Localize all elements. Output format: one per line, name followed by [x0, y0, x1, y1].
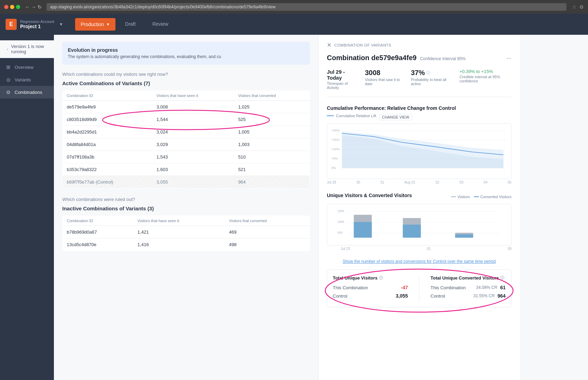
svg-text:1000: 1000 — [338, 220, 344, 224]
combination-id-cell: de579e9a4fe9 — [63, 101, 153, 113]
svg-text:0%: 0% — [331, 166, 336, 169]
unique-control-row: Control 3,055 — [333, 293, 408, 299]
legend-visitors: Visitors — [457, 195, 470, 199]
table-row[interactable]: 04d8fa84d01a 3,029 1,003 — [63, 138, 310, 151]
sidebar-label-variants: Variants — [15, 77, 31, 82]
converted-cell: 525 — [234, 113, 310, 126]
converted-control-value: 964 — [498, 293, 506, 299]
svg-text:1500: 1500 — [338, 209, 344, 213]
tab-review[interactable]: Review — [144, 14, 177, 35]
star-icon[interactable]: ☆ — [572, 4, 577, 10]
table-row[interactable]: c803518d99d9 1,544 525 — [63, 113, 310, 126]
tab-nav: Production ▼ Draft Review — [74, 14, 582, 35]
table-row[interactable]: 13cd5c4d870e 1,416 498 — [63, 238, 310, 251]
close-panel-icon[interactable]: ✕ — [327, 42, 332, 48]
combination-id-cell: 07d7ff108a3b — [63, 151, 153, 163]
col-header-converted: Visitors that converted — [234, 91, 310, 101]
visitors-cell: 1,543 — [152, 151, 234, 163]
visitors-label: Visitors that saw it to date — [365, 78, 403, 86]
sidebar-item-variants[interactable]: ◎ Variants — [0, 73, 54, 86]
version-chevron-icon[interactable]: ‹ — [7, 47, 8, 51]
control-label: Control — [333, 293, 347, 299]
table-row[interactable]: bb4a2d2295d1 3,024 1,005 — [63, 126, 310, 138]
legend-line-icon — [327, 115, 334, 116]
minimize-window-btn[interactable] — [10, 5, 14, 9]
forward-icon[interactable]: → — [31, 4, 36, 10]
unique-visitors-info-icon[interactable]: ⓘ — [379, 275, 383, 281]
visitors-cell: 1,421 — [133, 226, 225, 238]
this-combination-label: This Combination — [333, 285, 368, 290]
probability-info-icon[interactable]: ⓘ — [426, 70, 430, 75]
totals-inner: Total Unique Visitors ⓘ This Combination… — [327, 269, 512, 307]
version-banner: ‹ Version 1 is now running — [0, 40, 54, 58]
show-control-link[interactable]: Show the number of visitors and conversi… — [327, 259, 512, 264]
combination-id-cell: bb4a2d2295d1 — [63, 126, 153, 138]
bar-chart: 1500 1000 500 — [327, 204, 512, 245]
production-chevron-icon: ▼ — [106, 22, 110, 26]
legend-label: Cumulative Relative Lift — [336, 114, 376, 118]
converted-control-label: Control — [430, 293, 445, 299]
inactive-combinations-table-wrapper: Combination ID Visitors that have seen i… — [62, 216, 310, 251]
converted-cell: 521 — [234, 163, 310, 176]
stat-probability: 37% ⓘ Probability to beat all active — [411, 69, 451, 90]
combination-id-cell: 04d8fa84d01a — [63, 138, 153, 151]
top-bar: E Regression Account Project 1 ▼ Product… — [0, 14, 588, 35]
evolution-text: The system is automatically generating n… — [68, 54, 304, 59]
converted-cell: 469 — [225, 226, 310, 238]
variants-icon: ◎ — [6, 77, 11, 82]
sidebar: ‹ Version 1 is now running ⊞ Overview ◎ … — [0, 35, 54, 380]
reload-icon[interactable]: ↻ — [38, 4, 42, 10]
visitors-cell: 3,024 — [152, 126, 234, 138]
bar-chart-x-labels: Jul 23 01 09 — [327, 247, 512, 251]
sidebar-label-overview: Overview — [15, 65, 33, 70]
table-row[interactable]: de579e9a4fe9 3,008 1,025 — [63, 101, 310, 113]
svg-text:+5%: +5% — [331, 157, 338, 160]
timespan-label: Timespan of Activity — [327, 81, 357, 90]
svg-text:500: 500 — [338, 231, 343, 234]
sidebar-item-overview[interactable]: ⊞ Overview — [0, 61, 54, 73]
combination-id-title: Combination de579e9a4fe9 — [327, 54, 417, 62]
unique-control-value: 3,055 — [396, 293, 408, 299]
table-row[interactable]: b353c79a8322 1,603 521 — [63, 163, 310, 176]
active-section-question: Which combinations could my visitors see… — [62, 72, 310, 77]
address-bar[interactable]: app-staging.evolv.ai/organizations/3b48a… — [47, 3, 566, 11]
more-options-icon[interactable]: ··· — [506, 55, 512, 62]
chart-legend: Cumulative Relative Lift — [327, 114, 376, 118]
tab-draft[interactable]: Draft — [117, 14, 144, 35]
visitors-cell: 3,008 — [152, 101, 234, 113]
table-row-control[interactable]: b69f7f5e77ab (Control) 3,055 964 — [63, 176, 310, 188]
active-section-title: Active Combinations of Variants (7) — [62, 80, 310, 86]
active-combinations-table-wrapper: Combination ID Visitors that have seen i… — [62, 90, 310, 188]
combination-id-cell: b353c79a8322 — [63, 163, 153, 176]
col-header-id: Combination ID — [63, 91, 153, 101]
content-area: Evolution in progress The system is auto… — [54, 35, 588, 380]
back-icon[interactable]: ← — [25, 4, 30, 10]
change-view-button[interactable]: CHANGE VIEW — [379, 114, 412, 120]
project-name: Project 1 — [20, 24, 54, 29]
svg-rect-18 — [354, 222, 372, 237]
chart-x-labels: Jul 293031Aug 0102030405 — [327, 180, 512, 184]
close-window-btn[interactable] — [4, 5, 8, 9]
project-chevron-icon[interactable]: ▼ — [59, 22, 63, 27]
tab-production[interactable]: Production ▼ — [75, 18, 115, 31]
sidebar-nav: ⊞ Overview ◎ Variants ⊙ Combinations — [0, 58, 54, 101]
extensions-icon[interactable]: ⚙ — [579, 4, 584, 10]
svg-text:+20%: +20% — [331, 129, 339, 132]
converted-cell: 1,003 — [234, 138, 310, 151]
legend-converted: Converted Visitors — [480, 195, 512, 199]
visitors-cell: 3,055 — [152, 176, 234, 188]
converted-visitors-info-icon[interactable]: ⓘ — [500, 275, 504, 281]
overview-icon: ⊞ — [6, 64, 11, 70]
table-row[interactable]: b78b969d0a67 1,421 469 — [63, 226, 310, 238]
maximize-window-btn[interactable] — [16, 5, 20, 9]
converted-this-cr: 34.08% CR — [476, 285, 497, 290]
inactive-combinations-table: Combination ID Visitors that have seen i… — [62, 216, 310, 251]
col-header-visitors: Visitors that have seen it — [133, 216, 225, 226]
combination-id-cell: b78b969d0a67 — [63, 226, 134, 238]
confidence-label: Confidence Interval 95% — [420, 56, 466, 61]
left-panel: Evolution in progress The system is auto… — [54, 35, 318, 380]
logo-area[interactable]: E Regression Account Project 1 ▼ — [6, 19, 68, 30]
browser-chrome: ← → ↻ app-staging.evolv.ai/organizations… — [0, 0, 588, 14]
table-row[interactable]: 07d7ff108a3b 1,543 510 — [63, 151, 310, 163]
sidebar-item-combinations[interactable]: ⊙ Combinations — [0, 86, 54, 98]
